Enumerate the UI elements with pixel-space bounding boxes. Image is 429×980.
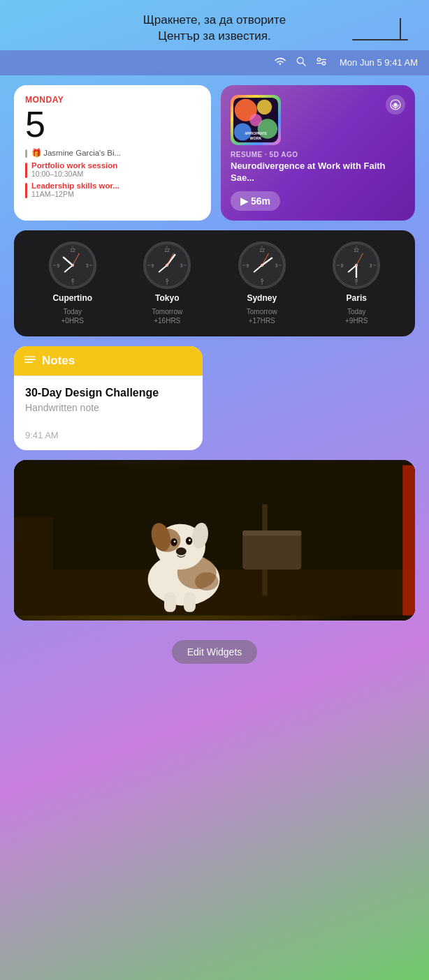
svg-rect-72: [24, 356, 36, 357]
event-time-2: 11AM–12PM: [31, 190, 119, 198]
clock-info-cupertino: Today +0HRS: [61, 307, 84, 325]
notes-note-subtitle: Handwritten note: [25, 402, 191, 413]
clock-face-sydney: 12 3 6 9: [238, 242, 286, 289]
podcast-widget[interactable]: WORK APPROPRIATE RESUME · 5D AGO Neurodi…: [221, 85, 415, 221]
svg-text:6: 6: [261, 278, 263, 283]
clock-city-paris: Paris: [347, 293, 367, 303]
notes-header: Notes: [14, 346, 203, 376]
svg-rect-81: [402, 466, 415, 616]
svg-text:6: 6: [71, 278, 74, 283]
calendar-widget[interactable]: MONDAY 5 🎁 Jasmine Garcia's Bi... Portfo…: [14, 85, 211, 221]
clock-tokyo: 12 3 6 9 Tokyo Tomorrow +16HR: [143, 242, 191, 325]
svg-text:3: 3: [86, 262, 89, 267]
notes-note-time: 9:41 AM: [25, 430, 191, 440]
event-dot-2: [25, 183, 27, 198]
svg-text:12: 12: [259, 248, 265, 253]
svg-text:12: 12: [354, 248, 360, 253]
svg-text:6: 6: [166, 278, 168, 283]
svg-point-2: [317, 58, 320, 61]
svg-text:9: 9: [152, 262, 154, 267]
clock-widget[interactable]: 12 3 6 9 Cupertino: [14, 230, 415, 336]
clock-row: 12 3 6 9 Cupertino: [25, 242, 404, 325]
menubar-time: Mon Jun 5 9:41 AM: [340, 57, 418, 68]
main-content: MONDAY 5 🎁 Jasmine Garcia's Bi... Portfo…: [0, 75, 429, 688]
svg-point-91: [189, 540, 191, 542]
calendar-event-2: Leadership skills wor... 11AM–12PM: [25, 181, 200, 198]
notes-body: 30-Day Design Challenge Handwritten note…: [14, 376, 203, 451]
svg-text:9: 9: [57, 262, 59, 267]
svg-text:APPROPRIATE: APPROPRIATE: [245, 132, 267, 135]
svg-point-29: [72, 265, 73, 266]
svg-text:6: 6: [355, 278, 358, 283]
wifi-icon[interactable]: [274, 57, 286, 69]
svg-point-90: [174, 541, 176, 543]
search-icon[interactable]: [296, 57, 306, 69]
menubar: Mon Jun 5 9:41 AM: [0, 50, 429, 75]
widget-row-top: MONDAY 5 🎁 Jasmine Garcia's Bi... Portfo…: [14, 85, 415, 221]
podcast-album-art: WORK APPROPRIATE: [231, 95, 281, 145]
svg-text:9: 9: [246, 262, 249, 267]
photo-background: [14, 460, 415, 621]
svg-point-43: [166, 265, 168, 266]
svg-text:3: 3: [370, 262, 372, 267]
clock-city-tokyo: Tokyo: [155, 293, 179, 303]
control-center-icon[interactable]: [316, 57, 327, 69]
clock-face-paris: 12 3 6 9: [333, 242, 380, 289]
svg-rect-73: [24, 359, 36, 360]
svg-rect-79: [242, 530, 301, 535]
calendar-birthday: 🎁 Jasmine Garcia's Bi...: [25, 148, 200, 158]
clock-info-paris: Today +9HRS: [345, 307, 368, 325]
clock-face-cupertino: 12 3 6 9: [49, 242, 96, 289]
notes-widget[interactable]: Notes 30-Day Design Challenge Handwritte…: [14, 346, 203, 451]
podcast-title: Neurodivergence at Work with Faith Sae..…: [231, 161, 405, 184]
svg-point-71: [356, 265, 357, 266]
notes-note-title: 30-Day Design Challenge: [25, 386, 191, 401]
svg-text:3: 3: [180, 262, 183, 267]
svg-rect-74: [24, 362, 33, 363]
svg-text:12: 12: [165, 248, 170, 253]
menubar-icons: Mon Jun 5 9:41 AM: [274, 57, 418, 69]
clock-face-tokyo: 12 3 6 9: [143, 242, 191, 289]
svg-rect-93: [164, 593, 176, 612]
event-dot-1: [25, 163, 27, 178]
tooltip-area: Щракнете, за да отворите Център за извес…: [0, 0, 429, 50]
svg-rect-78: [242, 530, 301, 570]
edit-widgets-button[interactable]: Edit Widgets: [172, 640, 258, 664]
calendar-event-1: Portfolio work session 10:00–10:30AM: [25, 161, 200, 178]
svg-point-11: [249, 114, 262, 126]
calendar-day-label: MONDAY: [25, 95, 200, 105]
svg-text:3: 3: [275, 262, 278, 267]
clock-city-cupertino: Cupertino: [52, 293, 92, 303]
event-title-1: Portfolio work session: [31, 161, 117, 170]
tooltip-text: Щракнете, за да отворите Център за извес…: [28, 13, 401, 45]
svg-text:9: 9: [341, 262, 344, 267]
svg-point-4: [322, 61, 325, 64]
svg-point-95: [195, 572, 219, 591]
podcast-play-button[interactable]: ▶ 56m: [231, 191, 280, 211]
event-title-2: Leadership skills wor...: [31, 181, 119, 190]
clock-paris: 12 3 6 9 Paris Today +9HRS: [333, 242, 380, 325]
svg-point-8: [257, 100, 272, 114]
svg-point-14: [394, 103, 398, 106]
podcast-resume-label: RESUME · 5D AGO: [231, 151, 405, 158]
svg-text:WORK: WORK: [250, 136, 262, 140]
svg-point-92: [176, 548, 187, 556]
clock-city-sydney: Sydney: [247, 293, 277, 303]
clock-sydney: 12 3 6 9 Sydney Tomorrow +17H: [238, 242, 286, 325]
dog-photo-svg: [14, 460, 415, 621]
photo-widget[interactable]: [14, 460, 415, 621]
clock-cupertino: 12 3 6 9 Cupertino: [49, 242, 96, 325]
edit-widgets-area: Edit Widgets: [14, 630, 415, 678]
birthday-text: 🎁 Jasmine Garcia's Bi...: [31, 148, 121, 158]
svg-rect-80: [14, 518, 53, 616]
clock-info-sydney: Tomorrow +17HRS: [247, 307, 277, 325]
clock-info-tokyo: Tomorrow +16HRS: [152, 307, 182, 325]
calendar-date: 5: [25, 106, 200, 142]
podcast-album-image: WORK APPROPRIATE: [231, 95, 281, 145]
svg-point-57: [261, 265, 263, 266]
svg-line-1: [303, 63, 305, 66]
svg-rect-94: [184, 593, 196, 612]
event-time-1: 10:00–10:30AM: [31, 170, 117, 178]
notes-title: Notes: [42, 354, 75, 368]
svg-text:12: 12: [70, 248, 75, 253]
